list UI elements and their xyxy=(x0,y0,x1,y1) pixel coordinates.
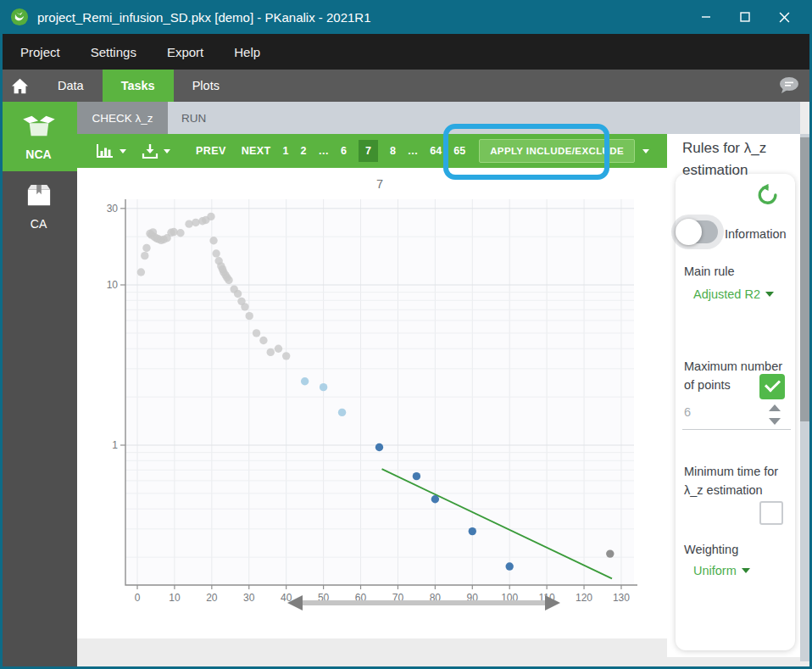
plot-area: 1103001020304050607080901001101201307 xyxy=(77,168,667,638)
scatter-point[interactable] xyxy=(245,312,253,320)
page-button-2[interactable]: 2 xyxy=(301,145,307,157)
scatter-point[interactable] xyxy=(142,244,150,252)
close-button[interactable] xyxy=(765,0,804,34)
scatter-point[interactable] xyxy=(431,495,439,503)
information-toggle[interactable] xyxy=(677,220,718,243)
scatter-point[interactable] xyxy=(259,337,267,344)
weighting-value: Uniform xyxy=(693,564,737,577)
window-border xyxy=(0,0,3,669)
reset-icon[interactable] xyxy=(757,184,779,206)
svg-text:1: 1 xyxy=(112,439,118,451)
minimize-button[interactable] xyxy=(687,0,726,34)
scatter-point[interactable] xyxy=(209,237,217,244)
series-last-excluded-point xyxy=(606,549,614,557)
page-button-8[interactable]: 8 xyxy=(390,145,396,157)
plot-toolbar: PREV NEXT 12…678…6465 APPLY INCLUDE/EXCL… xyxy=(77,134,667,168)
chevron-down-icon xyxy=(765,292,774,297)
scatter-point[interactable] xyxy=(170,228,177,236)
apply-options-chevron-icon[interactable] xyxy=(642,149,649,153)
titlebar: project_Remi_infusion_SD.pkx [demo] - PK… xyxy=(0,0,812,34)
stepper-down-icon[interactable] xyxy=(769,418,781,425)
scatter-point[interactable] xyxy=(282,352,290,360)
main-rule-dropdown[interactable]: Adjusted R2 xyxy=(693,287,774,301)
feedback-chat-icon[interactable] xyxy=(778,75,800,96)
lambda-z-plot[interactable]: 1103001020304050607080901001101201307 xyxy=(77,168,667,638)
scatter-point[interactable] xyxy=(176,229,184,237)
page-button-64[interactable]: 64 xyxy=(430,145,442,157)
scatter-point[interactable] xyxy=(141,252,148,259)
chevron-down-icon xyxy=(742,568,750,573)
download-icon xyxy=(142,143,159,159)
weighting-dropdown[interactable]: Uniform xyxy=(693,564,750,577)
scatter-point[interactable] xyxy=(469,527,476,535)
scatter-point[interactable] xyxy=(320,383,327,391)
tab-check-lambda-z[interactable]: CHECK λ_z xyxy=(77,102,168,134)
page-button-65[interactable]: 65 xyxy=(453,145,465,157)
bar-chart-icon xyxy=(96,143,114,159)
tab-plots[interactable]: Plots xyxy=(174,70,238,102)
scatter-point[interactable] xyxy=(192,219,199,226)
weighting-label: Weighting xyxy=(684,540,738,559)
scatter-point[interactable] xyxy=(253,329,260,337)
tab-data[interactable]: Data xyxy=(39,70,103,102)
next-page-button[interactable]: NEXT xyxy=(242,145,271,157)
tab-tasks[interactable]: Tasks xyxy=(103,70,174,102)
scatter-point[interactable] xyxy=(275,345,282,353)
main-rule-value: Adjusted R2 xyxy=(693,287,760,301)
scatter-point[interactable] xyxy=(606,549,614,557)
window-title: project_Remi_infusion_SD.pkx [demo] - PK… xyxy=(37,10,371,25)
export-dropdown[interactable] xyxy=(142,143,170,159)
min-time-checkbox[interactable] xyxy=(759,501,783,525)
maximize-button[interactable] xyxy=(726,0,765,34)
scatter-point[interactable] xyxy=(241,303,248,310)
pagination: 12…678…6465 xyxy=(283,140,466,162)
svg-text:10: 10 xyxy=(107,279,119,291)
scatter-point[interactable] xyxy=(185,220,192,227)
open-box-icon xyxy=(21,127,57,142)
svg-text:0: 0 xyxy=(135,592,141,604)
page-button-7[interactable]: 7 xyxy=(359,140,378,162)
plot-title: 7 xyxy=(376,177,383,191)
chevron-down-icon xyxy=(120,149,126,153)
chevron-down-icon xyxy=(164,149,170,153)
menu-item-help[interactable]: Help xyxy=(234,45,260,59)
scatter-point[interactable] xyxy=(338,409,346,416)
scatter-point[interactable] xyxy=(225,276,232,284)
pkanalix-app-icon xyxy=(10,8,29,26)
scatter-point[interactable] xyxy=(137,268,145,276)
menu-item-project[interactable]: Project xyxy=(20,45,60,59)
nav-tab-bar: Data Tasks Plots xyxy=(0,70,812,102)
page-button-6[interactable]: 6 xyxy=(341,145,347,157)
scatter-point[interactable] xyxy=(413,472,420,480)
app-window: project_Remi_infusion_SD.pkx [demo] - PK… xyxy=(0,0,812,669)
max-points-checkbox[interactable] xyxy=(759,374,785,399)
svg-text:130: 130 xyxy=(613,592,630,604)
menu-item-export[interactable]: Export xyxy=(167,45,203,59)
scatter-point[interactable] xyxy=(267,348,275,356)
menu-item-settings[interactable]: Settings xyxy=(91,45,136,59)
apply-include-exclude-button[interactable]: APPLY INCLUDE/EXCLUDE xyxy=(479,139,635,163)
prev-page-button[interactable]: PREV xyxy=(196,145,226,157)
input-underline xyxy=(682,429,791,430)
sidebar: NCA CA xyxy=(0,102,77,667)
stepper-up-icon[interactable] xyxy=(769,404,781,411)
sidebar-item-ca[interactable]: CA xyxy=(0,171,77,241)
scatter-point[interactable] xyxy=(506,562,514,570)
max-points-input[interactable]: 6 xyxy=(684,405,691,419)
page-button-…[interactable]: … xyxy=(318,145,329,157)
sidebar-item-nca[interactable]: NCA xyxy=(0,102,77,171)
page-button-…[interactable]: … xyxy=(408,145,419,157)
scatter-point[interactable] xyxy=(234,290,242,298)
information-label: Information xyxy=(725,227,787,241)
scatter-point[interactable] xyxy=(207,213,214,220)
chart-type-dropdown[interactable] xyxy=(96,143,126,159)
tab-run[interactable]: RUN xyxy=(168,102,220,134)
svg-text:30: 30 xyxy=(243,592,255,604)
toggle-knob xyxy=(676,219,702,245)
scatter-point[interactable] xyxy=(375,443,383,451)
scatter-point[interactable] xyxy=(301,377,309,385)
home-button[interactable] xyxy=(0,70,39,102)
sidebar-item-label: NCA xyxy=(0,148,77,171)
page-button-1[interactable]: 1 xyxy=(283,145,289,157)
scatter-point[interactable] xyxy=(212,249,220,257)
